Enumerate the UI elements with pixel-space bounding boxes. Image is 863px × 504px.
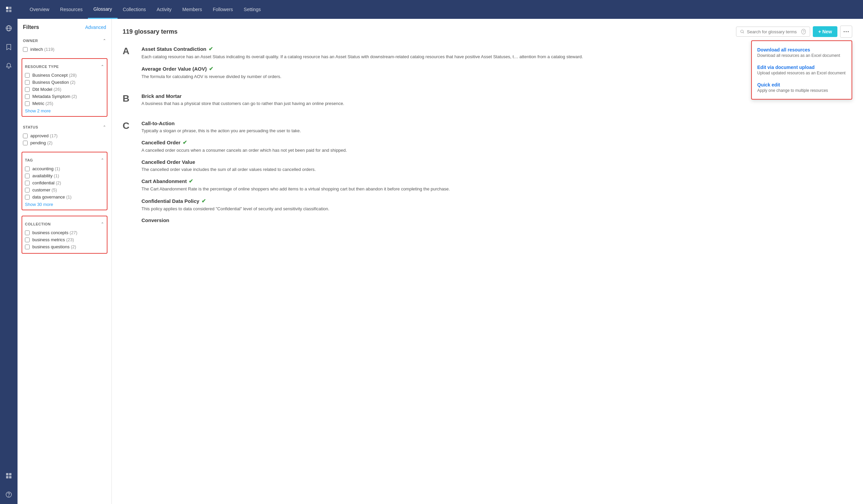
entry-title-asset-status: Asset Status Contradiction ✔	[141, 46, 852, 52]
sidebar-icon-apps[interactable]	[3, 470, 15, 482]
svg-rect-0	[6, 7, 9, 9]
filter-tag-customer-checkbox[interactable]	[25, 188, 30, 192]
entry-desc-cov: The cancelled order value includes the s…	[141, 166, 852, 173]
filter-rt-metric-checkbox[interactable]	[25, 101, 30, 106]
filter-collection-business-questions-checkbox[interactable]	[25, 245, 30, 249]
search-box: ?	[736, 27, 810, 37]
filter-tag-show-more[interactable]: Show 30 more	[25, 202, 53, 207]
svg-rect-10	[9, 476, 11, 478]
filter-rt-metadata-symptom-label[interactable]: Metadata Symptom (2)	[32, 94, 77, 99]
entry-title-text-conversion[interactable]: Conversion	[141, 217, 170, 223]
filter-rt-business-question-checkbox[interactable]	[25, 80, 30, 85]
sidebar-icon-bell[interactable]	[3, 60, 15, 72]
entry-desc-cart: The Cart Abandonment Rate is the percent…	[141, 186, 852, 192]
filter-tag-data-governance-label[interactable]: data governance (1)	[32, 194, 72, 199]
filter-status-approved: approved (17)	[23, 132, 106, 139]
filter-tag-availability: availability (1)	[25, 172, 104, 179]
filter-collection-business-concepts-checkbox[interactable]	[25, 231, 30, 235]
dropdown-download-all-title: Download all resources	[757, 47, 846, 52]
dropdown-edit-upload[interactable]: Edit via document upload Upload updated …	[752, 61, 852, 79]
nav-resources[interactable]: Resources	[54, 1, 88, 18]
filter-rt-dbt-model-checkbox[interactable]	[25, 87, 30, 92]
filter-rt-business-concept-checkbox[interactable]	[25, 73, 30, 78]
left-sidebar	[0, 0, 17, 504]
filter-resource-type-header[interactable]: RESOURCE TYPE ⌃	[25, 62, 104, 72]
filter-collection-business-metrics: business metrics (23)	[25, 236, 104, 243]
more-options-button[interactable]	[840, 26, 852, 38]
filter-status-pending-label[interactable]: pending (2)	[30, 140, 52, 145]
entry-desc-cdp: This policy applies to data considered "…	[141, 206, 852, 212]
entry-title-text[interactable]: Asset Status Contradiction	[141, 46, 207, 52]
filters-sidebar: Filters Advanced OWNER ⌃ initech (119)	[17, 19, 112, 504]
sidebar-icon-globe[interactable]	[3, 22, 15, 34]
filter-tag-customer-label[interactable]: customer (5)	[32, 188, 57, 192]
verified-icon-aov: ✔	[209, 66, 213, 72]
sidebar-icon-bookmark[interactable]	[3, 41, 15, 53]
filter-status-pending-checkbox[interactable]	[23, 141, 28, 145]
entry-title-text-cart[interactable]: Cart Abandonment	[141, 178, 187, 184]
entry-title-cdp: Confidential Data Policy ✔	[141, 198, 852, 204]
entry-title-text-cdp[interactable]: Confidential Data Policy	[141, 198, 199, 204]
filter-tag-availability-checkbox[interactable]	[25, 173, 30, 178]
svg-point-12	[9, 496, 9, 496]
filter-rt-show-more[interactable]: Show 2 more	[25, 108, 51, 113]
filter-status-chevron: ⌃	[103, 125, 106, 130]
filter-collection-business-questions-label[interactable]: business questions (2)	[32, 244, 76, 249]
new-button[interactable]: + New	[813, 26, 837, 37]
entry-title-text-aov[interactable]: Average Order Value (AOV)	[141, 66, 207, 72]
filter-tag-section: TAG ⌃ accounting (1) availability (1) co…	[22, 152, 108, 210]
entry-title-text-brick[interactable]: Brick and Mortar	[141, 93, 182, 99]
filter-tag-accounting: accounting (1)	[25, 165, 104, 172]
filter-collection-business-metrics-checkbox[interactable]	[25, 237, 30, 242]
nav-members[interactable]: Members	[177, 1, 207, 18]
dropdown-edit-upload-desc: Upload updated resources as an Excel doc…	[757, 70, 846, 75]
search-help-icon[interactable]: ?	[801, 29, 806, 34]
filter-tag-accounting-checkbox[interactable]	[25, 167, 30, 171]
nav-overview[interactable]: Overview	[24, 1, 54, 18]
filter-resource-type-section: RESOURCE TYPE ⌃ Business Concept (28) Bu…	[22, 58, 108, 117]
advanced-link[interactable]: Advanced	[85, 25, 106, 30]
nav-followers[interactable]: Followers	[208, 1, 238, 18]
filter-tag-data-governance-checkbox[interactable]	[25, 195, 30, 199]
nav-settings[interactable]: Settings	[238, 1, 266, 18]
entry-title-cancelled-order: Cancelled Order ✔	[141, 139, 852, 146]
filter-status-header[interactable]: STATUS ⌃	[23, 122, 106, 132]
sidebar-icon-help[interactable]	[3, 489, 15, 501]
search-input[interactable]	[747, 29, 799, 34]
filter-owner-label: OWNER	[23, 39, 38, 43]
entry-title-cov: Cancelled Order Value	[141, 159, 852, 165]
filter-tag-confidential-checkbox[interactable]	[25, 181, 30, 185]
filter-owner-header[interactable]: OWNER ⌃	[23, 36, 106, 46]
filter-status-approved-label[interactable]: approved (17)	[30, 133, 58, 138]
filter-tag-accounting-label[interactable]: accounting (1)	[32, 166, 60, 171]
dropdown-quick-edit-title: Quick edit	[757, 82, 846, 88]
filter-status-approved-checkbox[interactable]	[23, 133, 28, 138]
filter-tag-availability-label[interactable]: availability (1)	[32, 173, 59, 178]
filter-rt-business-question-label[interactable]: Business Question (2)	[32, 80, 75, 85]
nav-collections[interactable]: Collections	[117, 1, 151, 18]
filter-owner-initech-label[interactable]: initech (119)	[30, 47, 54, 52]
filter-rt-business-concept-label[interactable]: Business Concept (28)	[32, 73, 77, 78]
nav-activity[interactable]: Activity	[151, 1, 177, 18]
entry-title-brick: Brick and Mortar	[141, 93, 852, 99]
filter-rt-metadata-symptom-checkbox[interactable]	[25, 94, 30, 99]
nav-glossary[interactable]: Glossary	[88, 0, 117, 19]
filter-rt-metadata-symptom: Metadata Symptom (2)	[25, 93, 104, 100]
filter-owner-section: OWNER ⌃ initech (119)	[23, 36, 106, 53]
letter-a: A	[123, 46, 136, 56]
filter-collection-business-metrics-label[interactable]: business metrics (23)	[32, 237, 74, 242]
dropdown-download-all[interactable]: Download all resources Download all reso…	[752, 44, 852, 61]
entry-title-text-cov[interactable]: Cancelled Order Value	[141, 159, 195, 165]
filter-collection-business-concepts-label[interactable]: business concepts (27)	[32, 230, 77, 235]
filter-rt-metric-label[interactable]: Metric (25)	[32, 101, 53, 106]
sidebar-icon-grid[interactable]	[3, 3, 15, 15]
dropdown-quick-edit[interactable]: Quick edit Apply one change to multiple …	[752, 79, 852, 96]
filter-collection-header[interactable]: COLLECTION ⌃	[25, 219, 104, 229]
filter-owner-initech-checkbox[interactable]	[23, 47, 28, 52]
entry-title-text-cta[interactable]: Call-to-Action	[141, 120, 175, 126]
filter-tag-header[interactable]: TAG ⌃	[25, 155, 104, 165]
filter-rt-dbt-model-label[interactable]: Dbt Model (26)	[32, 87, 61, 92]
letter-c: C	[123, 120, 136, 131]
entry-title-text-co[interactable]: Cancelled Order	[141, 140, 180, 145]
filter-tag-confidential-label[interactable]: confidential (2)	[32, 180, 61, 185]
